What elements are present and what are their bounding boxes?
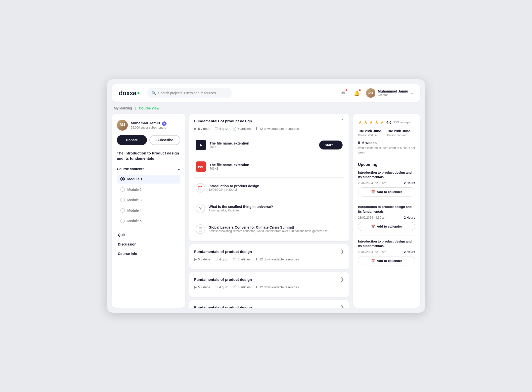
user-name: Muhammad Jamiu — [378, 89, 408, 93]
course-section-3: Fundamentals of product design ❯ ▶ 5 vid… — [189, 272, 349, 297]
section-1-meta: ▶ 5 videos ☐ 4 quiz 📄 6 articles ⬇ 12 do… — [194, 127, 344, 131]
quiz-icon: ☐ — [215, 127, 218, 131]
user-details: Muhammad Jamiu Creator — [378, 89, 408, 97]
module-item-1[interactable]: Module 1 — [117, 175, 180, 184]
file-info-1: The file name. extention 706KB — [210, 141, 316, 149]
divider — [194, 177, 344, 178]
star-1: ★ — [358, 119, 362, 125]
quiz-icon: ☐ — [215, 285, 218, 289]
profile-subscribers: 25,000 super subscribners — [131, 126, 167, 129]
section-3-title: Fundamentals of product design — [194, 277, 252, 282]
chevron-right-icon: ❯ — [340, 249, 344, 254]
messages-button[interactable]: ✉ — [339, 89, 348, 98]
search-bar[interactable]: 🔍 — [147, 88, 232, 98]
duration-title: 5 -6 weeks — [358, 141, 415, 145]
breadcrumb-current: Course view — [139, 106, 159, 110]
upcoming-item-3: Introduction to product design and its f… — [358, 239, 415, 265]
course-section-2: Fundamentals of product design ❯ ▶ 5 vid… — [189, 244, 349, 269]
module-item-2[interactable]: Module 2 — [117, 185, 180, 194]
start-button[interactable]: Start → — [319, 141, 343, 149]
divider — [194, 219, 344, 219]
s3-videos-meta: ▶ 5 videos — [194, 285, 210, 289]
file-thumb-video: ▶ — [196, 140, 206, 150]
articles-meta: 📄 6 articles — [232, 127, 251, 131]
breadcrumb-parent[interactable]: My learning — [114, 106, 132, 110]
rating-count: (123 ratings) — [393, 120, 411, 124]
section-2-header[interactable]: Fundamentals of product design ❯ — [194, 249, 344, 254]
app-window: doxxa 🔍 ✉ 🔔 MJ Muhammad Jamiu Creator ⌄ — [107, 79, 425, 313]
sidebar-links: Quiz Discussion Course info — [117, 230, 180, 258]
rating-value: 4.6 — [386, 120, 392, 124]
sidebar-link-discussion[interactable]: Discussion — [117, 240, 180, 249]
section-2-meta: ▶ 5 videos ☐ 4 quiz 📄 6 articles ⬇ 12 do… — [194, 257, 344, 261]
module-item-5[interactable]: Module 5 — [117, 216, 180, 225]
donate-button[interactable]: Donate — [117, 135, 147, 145]
article-icon: 📄 — [232, 257, 236, 261]
add-calendar-button-3[interactable]: 📅 Add to callender — [358, 256, 415, 265]
quiz-name-1: What is the smallest thing in universe? — [209, 205, 343, 209]
sidebar-link-quiz[interactable]: Quiz — [117, 230, 180, 239]
chevron-down-icon: ⌄ — [411, 91, 413, 95]
s3-articles-meta: 📄 6 articles — [232, 285, 251, 289]
sidebar: MJ Muhamad Jamiu ★ 25,000 super subscrib… — [112, 114, 185, 308]
upcoming-item-title-2: Introduction to product design and its f… — [358, 205, 415, 214]
article-info-1: Global Leaders Convene for Climate Crisi… — [209, 225, 343, 233]
calendar-icon: 📅 — [371, 259, 375, 263]
s2-resources-meta: ⬇ 12 downloadable resources — [255, 257, 299, 261]
sidebar-profile: MJ Muhamad Jamiu ★ 25,000 super subscrib… — [117, 120, 180, 131]
s2-articles-meta: 📄 6 articles — [232, 257, 251, 261]
upcoming-datetime-3: 28/02/2024 9:30 am — [358, 250, 386, 254]
article-thumb-icon: 📋 — [196, 224, 205, 234]
upcoming-item-1: Introduction to product design and its f… — [358, 170, 415, 196]
file-size-1: 706KB — [210, 145, 316, 149]
file-item-1: ▶ The file name. extention 706KB Start → — [194, 137, 344, 153]
dates-row: Tue 28th June Course start on Tue 28th J… — [358, 129, 415, 137]
section-4-header[interactable]: Fundamentals of product design ❯ — [194, 304, 344, 308]
section-3-header[interactable]: Fundamentals of product design ❯ — [194, 277, 344, 282]
verified-badge: ★ — [162, 121, 167, 126]
s2-quiz-meta: ☐ 4 quiz — [215, 257, 228, 261]
divider — [194, 198, 344, 198]
upcoming-datetime-2: 28/02/2024 9:30 am — [358, 216, 386, 219]
end-date-value: Tue 28th June — [387, 129, 410, 133]
start-date-value: Tue 28th June — [358, 129, 381, 133]
section-1-header[interactable]: Fundamentals of product design ⌃ — [194, 118, 344, 124]
add-calendar-button-2[interactable]: 📅 Add to callender — [358, 222, 415, 231]
notifications-button[interactable]: 🔔 — [353, 89, 361, 98]
search-input[interactable] — [158, 91, 228, 95]
quiz-item-1: ? What is the smallest thing in universe… — [194, 201, 344, 216]
star-4: ★ — [374, 119, 379, 125]
section-1-title: Fundamentals of product design — [194, 119, 252, 123]
s3-quiz-meta: ☐ 4 quiz — [215, 285, 228, 289]
chevron-down-icon: ⌄ — [177, 166, 180, 171]
module-item-3[interactable]: Module 3 — [117, 196, 180, 204]
resources-meta: ⬇ 12 downloadable resources — [255, 127, 299, 131]
duration-block: 5 -6 weeks With estimated student effort… — [358, 141, 415, 155]
profile-info: Muhamad Jamiu ★ 25,000 super subscribner… — [131, 121, 167, 129]
sidebar-link-courseinfo[interactable]: Course info — [117, 249, 180, 258]
add-calendar-button-1[interactable]: 📅 Add to callender — [358, 187, 415, 196]
download-icon: ⬇ — [255, 127, 258, 131]
radio-module-1 — [120, 177, 125, 181]
download-icon: ⬇ — [255, 257, 258, 261]
course-contents-toggle[interactable]: Course contents ⌄ — [117, 166, 180, 171]
quiz-meta: ☐ 4 quiz — [215, 127, 228, 131]
main-layout: MJ Muhamad Jamiu ★ 25,000 super subscrib… — [112, 114, 420, 308]
upcoming-item-title-1: Introduction to product design and its f… — [358, 170, 415, 179]
separator — [358, 201, 415, 201]
section-2-title: Fundamentals of product design — [194, 249, 252, 254]
logo-text: doxxa — [119, 89, 136, 97]
notifications-badge — [359, 89, 361, 91]
upcoming-meta-3: 28/02/2024 9:30 am 2 Hours — [358, 250, 415, 254]
user-profile[interactable]: MJ Muhammad Jamiu Creator ⌄ — [366, 88, 413, 98]
event-info-1: Introduction to product design 12/06/202… — [209, 184, 343, 192]
subscribe-button[interactable]: Subscribe — [149, 135, 180, 145]
duration-desc: With estimated student effort of 6 hours… — [358, 146, 415, 155]
upcoming-meta-1: 28/02/2024 9:30 am 2 Hours — [358, 181, 415, 185]
avatar: MJ — [366, 88, 375, 98]
file-name-2: The file name. extention — [210, 163, 343, 167]
breadcrumb-separator: ❯ — [134, 106, 137, 110]
sidebar-actions: Donate Subscribe — [117, 135, 180, 145]
module-item-4[interactable]: Module 4 — [117, 206, 180, 215]
separator — [358, 159, 415, 159]
